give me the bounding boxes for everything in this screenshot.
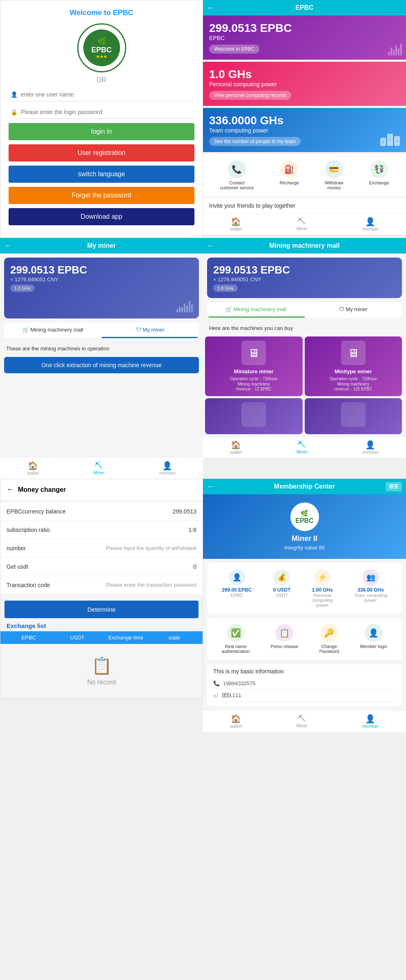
extra1-icon <box>241 402 266 427</box>
computing-power-amount: 1.0 GHs <box>209 68 400 81</box>
tab-mining-mall[interactable]: 🛒 Mining machinery mall <box>4 323 102 338</box>
miner-back-arrow[interactable]: ← <box>4 242 11 250</box>
lang-button[interactable]: 语言 <box>386 482 402 491</box>
view-records-btn[interactable]: View personel computing records <box>209 91 291 100</box>
balance-value: 299.0513 <box>173 508 196 515</box>
mall-nav-member[interactable]: 👤 member <box>362 440 379 455</box>
contact-service-btn[interactable]: 📞 Contactcustomer service <box>220 160 254 190</box>
mall-nav-wallet[interactable]: 🏠 wallet <box>230 440 242 455</box>
logo-text: EPBC <box>91 46 112 54</box>
machine-extra-1[interactable] <box>205 398 303 434</box>
change-password-btn[interactable]: 🔑 ChangePassword <box>319 624 339 654</box>
personal-power-icon: ⚡ <box>314 569 330 585</box>
miner-nav-wallet[interactable]: 🏠 wallet <box>27 461 39 475</box>
lock-icon: 🔒 <box>11 109 18 115</box>
mall-nav-miner[interactable]: ⛏ Miner <box>297 440 308 455</box>
team-icon: 🏷 <box>213 693 219 699</box>
number-input-hint[interactable]: Please input the quantity of withdrawal <box>106 545 196 552</box>
miner-balance: 299.0513 EPBC <box>10 264 193 276</box>
tab-my-miner[interactable]: 🛡 My miner <box>102 323 199 338</box>
member-profile: 🌿EPBC Miner II Integrity value 88 <box>203 494 406 559</box>
user-icon: 👤 <box>11 91 18 98</box>
computing-power-banner: 1.0 GHs Personal computing power View pe… <box>203 62 406 106</box>
mall-tabs: 🛒 Mining machinery mall 🛡 My miner <box>207 302 402 318</box>
computing-power-label: Personal computing power <box>209 81 400 87</box>
press-release-icon: 📋 <box>275 624 293 642</box>
logo-stars: ★★★ <box>96 54 107 59</box>
forget-password-button[interactable]: Forget the password <box>9 187 194 204</box>
register-button[interactable]: User registration <box>9 144 194 161</box>
team-label: 团队111 <box>222 692 241 699</box>
member-nav-member[interactable]: 👤 member <box>362 714 379 729</box>
miner-miner-icon: ⛏ <box>95 461 103 470</box>
epbc-home-header: ← EPBC <box>203 0 406 16</box>
username-input[interactable] <box>21 91 192 98</box>
tab-mall-miner[interactable]: 🛡 My miner <box>305 302 402 318</box>
machine-minitype[interactable]: 🖥 Minitype miner Operation cycle：720hour… <box>305 336 402 396</box>
minitype-revenue-label: Mining machinery <box>337 382 369 386</box>
recharge-btn[interactable]: ⛽ Recharge <box>279 160 299 190</box>
member-wallet-icon: 🏠 <box>231 714 241 724</box>
password-input[interactable] <box>21 109 192 115</box>
miniature-revenue-label: Mining machinery <box>238 382 270 386</box>
determine-button[interactable]: Determine <box>4 601 199 618</box>
switch-language-button[interactable]: switch language <box>9 166 194 183</box>
withdraw-icon: 💳 <box>325 160 343 178</box>
real-name-auth-btn[interactable]: ✅ Real nameauthentication <box>222 624 250 654</box>
back-arrow-icon[interactable]: ← <box>207 4 214 12</box>
mall-miner-icon: ⛏ <box>298 440 306 449</box>
mall-bottom-nav: 🏠 wallet ⛏ Miner 👤 member <box>203 436 406 458</box>
usdt-label: Get usdt <box>7 563 28 570</box>
miner-badge: 1.0 GHs <box>10 285 35 292</box>
member-nav-wallet[interactable]: 🏠 wallet <box>230 714 242 729</box>
press-release-label: Press release <box>271 644 298 649</box>
miner-nav-miner[interactable]: ⛏ Miner <box>94 461 105 475</box>
exchange-btn[interactable]: 💱 Exchange <box>369 160 389 190</box>
mall-back-arrow[interactable]: ← <box>207 242 214 250</box>
member-login-btn[interactable]: 👤 Member login <box>360 624 388 654</box>
download-app-button[interactable]: Download app <box>9 208 194 225</box>
member-back-arrow[interactable]: ← <box>207 482 214 491</box>
machine-miniature[interactable]: 🖥 Miniature miner Operation cycle：720hou… <box>205 336 303 396</box>
team-power-banner: 336.0000 GHs Team computing power See th… <box>203 108 406 152</box>
miner-nav-member[interactable]: 👤 member <box>159 461 176 475</box>
extract-revenue-btn[interactable]: One click extraction of mining machine r… <box>4 357 199 373</box>
home-bottom-nav: 🏠 wallet ⛏ Miner 👤 member <box>203 213 406 235</box>
balance-chart <box>388 39 402 56</box>
changer-row-txcode: Transaction code Please enter the transa… <box>0 576 203 594</box>
mall-shield-icon: 🛡 <box>339 306 344 312</box>
balance-amount: 299.0513 EPBC <box>209 22 400 35</box>
txcode-input-hint[interactable]: Please enter the transaction password <box>106 582 196 588</box>
basic-info-section: This is my basic information 📞 198943325… <box>207 664 402 706</box>
mall-balance: 299.0513 EPBC <box>213 264 396 276</box>
miner-chart <box>10 296 193 312</box>
press-release-btn[interactable]: 📋 Press release <box>271 624 298 654</box>
shopping-cart-icon: 🛒 <box>22 327 29 333</box>
col-usdt: USDT <box>53 635 102 641</box>
my-miner-header: ← My miner <box>0 238 203 253</box>
exchange-table-header: EPBC USDT Exchange time state <box>0 631 203 644</box>
welcome-btn[interactable]: Welcome to EPBC <box>209 45 259 54</box>
login-button[interactable]: login in <box>9 123 194 140</box>
team-btn[interactable]: See the number of people in my team <box>209 137 301 146</box>
no-record-icon: 📋 <box>91 656 112 675</box>
nav-wallet[interactable]: 🏠 wallet <box>230 217 242 231</box>
withdraw-btn[interactable]: 💳 Withdrawmoney <box>325 160 344 190</box>
change-password-label: ChangePassword <box>319 644 339 654</box>
integrity-text: Integrity value 88 <box>284 545 325 551</box>
member-miner-icon: ⛏ <box>298 714 306 723</box>
member-member-icon: 👤 <box>365 714 375 724</box>
tab-mall-mining[interactable]: 🛒 Mining machinery mall <box>207 302 305 318</box>
machine-extra-2[interactable] <box>305 398 402 434</box>
mall-badge: 1.0 GHs <box>213 285 238 292</box>
miner-cny: ≈ 1276.949051 CNY <box>10 276 193 283</box>
nav-miner[interactable]: ⛏ Miner <box>297 217 308 231</box>
exchange-icon: 💱 <box>370 160 388 178</box>
membership-header: ← Membership Center 语言 <box>203 479 406 494</box>
machines-grid: 🖥 Miniature miner Operation cycle：720hou… <box>203 334 406 436</box>
phone-icon: 📞 <box>213 680 220 686</box>
changer-back-arrow[interactable]: ← <box>7 485 14 494</box>
col-epbc: EPBC <box>4 635 53 641</box>
member-nav-miner[interactable]: ⛏ Miner <box>297 714 308 729</box>
nav-member[interactable]: 👤 member <box>362 217 379 231</box>
